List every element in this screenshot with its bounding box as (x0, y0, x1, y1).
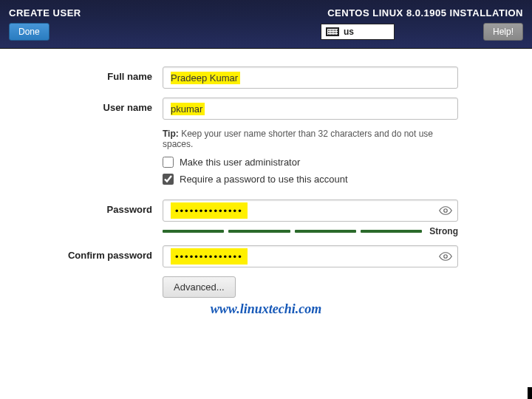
require-password-checkbox-label: Require a password to use this account (180, 174, 348, 185)
advanced-button[interactable]: Advanced... (163, 276, 236, 298)
page-title: CREATE USER (9, 7, 81, 18)
user-name-input[interactable]: pkumar (163, 98, 458, 120)
confirm-password-value-masked: •••••••••••••• (171, 248, 248, 265)
password-strength-label: Strong (429, 226, 458, 236)
eye-icon[interactable] (439, 206, 452, 215)
username-tip: Tip: Keep your user name shorter than 32… (163, 129, 458, 149)
header-bar: CREATE USER Done CENTOS LINUX 8.0.1905 I… (0, 0, 532, 49)
password-value-masked: •••••••••••••• (171, 202, 248, 219)
help-button[interactable]: Help! (483, 23, 523, 41)
full-name-input[interactable]: Pradeep Kumar (163, 66, 458, 89)
eye-icon[interactable] (439, 252, 452, 261)
admin-checkbox-label: Make this user administrator (180, 157, 300, 168)
user-name-label: User name (0, 98, 163, 113)
user-name-value: pkumar (171, 103, 205, 115)
password-label: Password (0, 200, 163, 215)
admin-checkbox[interactable] (163, 157, 174, 168)
keyboard-icon (326, 27, 339, 36)
password-input[interactable]: •••••••••••••• (163, 200, 458, 222)
watermark-text: www.linuxtechi.com (0, 301, 532, 317)
svg-point-1 (444, 255, 448, 259)
password-strength-meter: Strong (163, 226, 458, 236)
installer-title: CENTOS LINUX 8.0.1905 INSTALLATION (327, 7, 523, 18)
confirm-password-label: Confirm password (0, 245, 163, 261)
require-password-checkbox-row[interactable]: Require a password to use this account (163, 174, 458, 185)
full-name-label: Full name (0, 66, 163, 82)
full-name-value: Pradeep Kumar (171, 72, 240, 84)
require-password-checkbox[interactable] (163, 174, 174, 185)
svg-point-0 (444, 209, 448, 213)
admin-checkbox-row[interactable]: Make this user administrator (163, 157, 458, 168)
create-user-form: Full name Pradeep Kumar User name pkumar… (0, 49, 532, 298)
terminal-cursor-icon (528, 387, 532, 399)
done-button[interactable]: Done (9, 23, 50, 41)
keyboard-layout-selector[interactable]: us (321, 24, 395, 40)
keyboard-layout-value: us (344, 27, 354, 37)
confirm-password-input[interactable]: •••••••••••••• (163, 245, 458, 267)
